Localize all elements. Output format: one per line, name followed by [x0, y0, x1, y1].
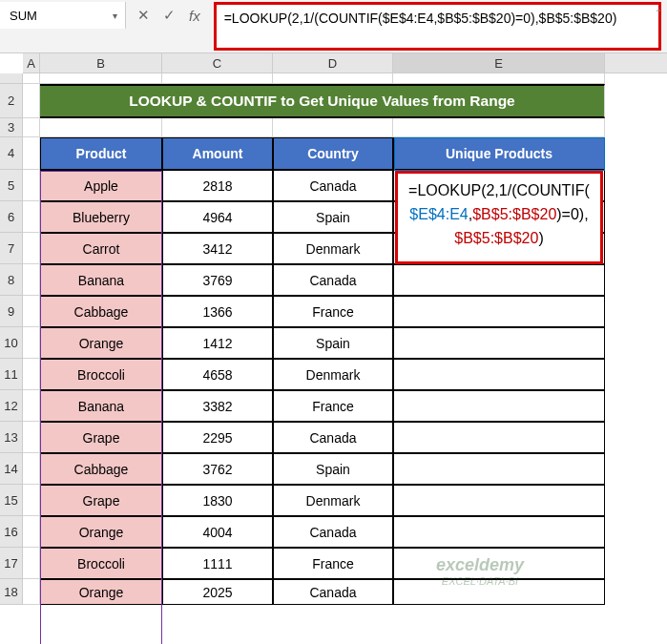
- cell-unique[interactable]: [393, 453, 605, 485]
- cell-formula-overlay[interactable]: =LOOKUP(2,1/(COUNTIF( $E$4:E4,$B$5:$B$20…: [395, 171, 603, 264]
- cell-unique[interactable]: [393, 264, 605, 296]
- cell-amount[interactable]: 3762: [162, 453, 273, 485]
- cell-A3[interactable]: [23, 118, 40, 137]
- cell-amount[interactable]: 3412: [162, 233, 273, 264]
- cell-blank[interactable]: [23, 516, 40, 548]
- col-header-A[interactable]: A: [23, 53, 40, 73]
- row-header[interactable]: 9: [0, 296, 23, 327]
- cell-amount[interactable]: 1830: [162, 485, 273, 516]
- row-header[interactable]: 18: [0, 579, 23, 605]
- row-header[interactable]: 16: [0, 516, 23, 548]
- cell-blank[interactable]: [23, 390, 40, 422]
- cell-amount[interactable]: 1111: [162, 548, 273, 579]
- cell-amount[interactable]: 1366: [162, 296, 273, 327]
- cell-unique[interactable]: [393, 485, 605, 516]
- cell-country[interactable]: Canada: [273, 170, 393, 201]
- cell-country[interactable]: Canada: [273, 264, 393, 296]
- cell-blank[interactable]: [23, 453, 40, 485]
- cell-unique[interactable]: [393, 296, 605, 327]
- cell-amount[interactable]: 1412: [162, 327, 273, 359]
- cell-amount[interactable]: 2295: [162, 422, 273, 453]
- cell-blank[interactable]: [23, 201, 40, 233]
- cell-blank[interactable]: [23, 579, 40, 605]
- row-header[interactable]: 7: [0, 233, 23, 264]
- cell-E3[interactable]: [393, 118, 605, 137]
- row-header[interactable]: 6: [0, 201, 23, 233]
- cell-blank[interactable]: [23, 359, 40, 390]
- formula-input[interactable]: =LOOKUP(2,1/(COUNTIF($E$4:E4,$B$5:$B$20)…: [214, 2, 661, 51]
- cell-blank[interactable]: [23, 170, 40, 201]
- cell-A1[interactable]: [23, 73, 40, 84]
- col-header-B[interactable]: B: [40, 53, 162, 73]
- header-amount[interactable]: Amount: [162, 137, 273, 170]
- cell-blank[interactable]: [23, 485, 40, 516]
- cell-blank[interactable]: [23, 548, 40, 579]
- row-header[interactable]: 14: [0, 453, 23, 485]
- col-header-C[interactable]: C: [162, 53, 273, 73]
- cell-country[interactable]: France: [273, 296, 393, 327]
- header-product[interactable]: Product: [40, 137, 162, 170]
- cell-country[interactable]: Spain: [273, 327, 393, 359]
- cell-blank[interactable]: [23, 296, 40, 327]
- name-box-dropdown-icon[interactable]: ▾: [108, 10, 121, 21]
- cell-amount[interactable]: 3769: [162, 264, 273, 296]
- enter-icon[interactable]: ✓: [163, 7, 176, 24]
- cell-country[interactable]: Denmark: [273, 359, 393, 390]
- title-cell[interactable]: LOOKUP & COUNTIF to Get Unique Values fr…: [40, 84, 605, 118]
- cell-C1[interactable]: [162, 73, 273, 84]
- row-header[interactable]: 11: [0, 359, 23, 390]
- cell-product[interactable]: Orange: [40, 516, 162, 548]
- expand-formula-bar-icon[interactable]: ⌃: [655, 7, 662, 21]
- cell-blank[interactable]: [23, 264, 40, 296]
- cell-D3[interactable]: [273, 118, 393, 137]
- cell-country[interactable]: Denmark: [273, 485, 393, 516]
- cell-product[interactable]: Apple: [40, 170, 162, 201]
- cell-country[interactable]: Spain: [273, 453, 393, 485]
- cell-amount[interactable]: 4004: [162, 516, 273, 548]
- cell-product[interactable]: Banana: [40, 264, 162, 296]
- cell-product[interactable]: Cabbage: [40, 296, 162, 327]
- col-header-D[interactable]: D: [273, 53, 393, 73]
- insert-function-icon[interactable]: fx: [189, 8, 200, 24]
- cell-product[interactable]: Broccoli: [40, 359, 162, 390]
- cell-product[interactable]: Orange: [40, 579, 162, 605]
- cell-country[interactable]: Spain: [273, 201, 393, 233]
- cell-E1[interactable]: [393, 73, 605, 84]
- row-header[interactable]: 10: [0, 327, 23, 359]
- cell-D1[interactable]: [273, 73, 393, 84]
- cell-country[interactable]: Canada: [273, 516, 393, 548]
- cell-product[interactable]: Blueberry: [40, 201, 162, 233]
- row-header-3[interactable]: 3: [0, 118, 23, 137]
- cell-unique[interactable]: [393, 359, 605, 390]
- cell-country[interactable]: France: [273, 548, 393, 579]
- col-header-E[interactable]: E: [393, 53, 605, 73]
- header-unique[interactable]: Unique Products: [393, 137, 605, 170]
- header-country[interactable]: Country: [273, 137, 393, 170]
- cell-product[interactable]: Grape: [40, 485, 162, 516]
- cell-C3[interactable]: [162, 118, 273, 137]
- cell-country[interactable]: Denmark: [273, 233, 393, 264]
- cell-country[interactable]: Canada: [273, 579, 393, 605]
- cell-B1[interactable]: [40, 73, 162, 84]
- row-header[interactable]: 13: [0, 422, 23, 453]
- cell-product[interactable]: Carrot: [40, 233, 162, 264]
- cell-product[interactable]: Broccoli: [40, 548, 162, 579]
- cell-amount[interactable]: 3382: [162, 390, 273, 422]
- cell-blank[interactable]: [23, 422, 40, 453]
- cell-country[interactable]: France: [273, 390, 393, 422]
- row-header[interactable]: 15: [0, 485, 23, 516]
- cell-product[interactable]: Cabbage: [40, 453, 162, 485]
- row-header[interactable]: 8: [0, 264, 23, 296]
- cell-product[interactable]: Grape: [40, 422, 162, 453]
- cell-A2[interactable]: [23, 84, 40, 118]
- row-header-2[interactable]: 2: [0, 84, 23, 118]
- cell-amount[interactable]: 4658: [162, 359, 273, 390]
- cell-amount[interactable]: 4964: [162, 201, 273, 233]
- row-header[interactable]: 5: [0, 170, 23, 201]
- cell-unique[interactable]: [393, 516, 605, 548]
- cancel-icon[interactable]: ✕: [137, 7, 150, 24]
- cell-unique[interactable]: [393, 422, 605, 453]
- cell-blank[interactable]: [23, 233, 40, 264]
- cell-amount[interactable]: 2025: [162, 579, 273, 605]
- row-header-4[interactable]: 4: [0, 137, 23, 170]
